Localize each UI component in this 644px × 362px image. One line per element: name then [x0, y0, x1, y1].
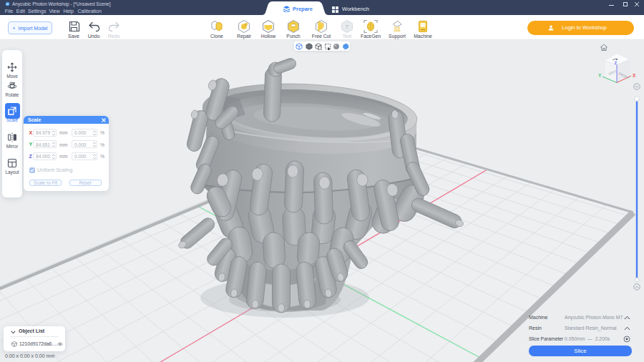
svg-text:Z: Z [615, 61, 618, 65]
svg-text:Y: Y [598, 73, 602, 78]
svg-text:X: X [633, 73, 636, 78]
svg-text:T: T [346, 24, 349, 30]
